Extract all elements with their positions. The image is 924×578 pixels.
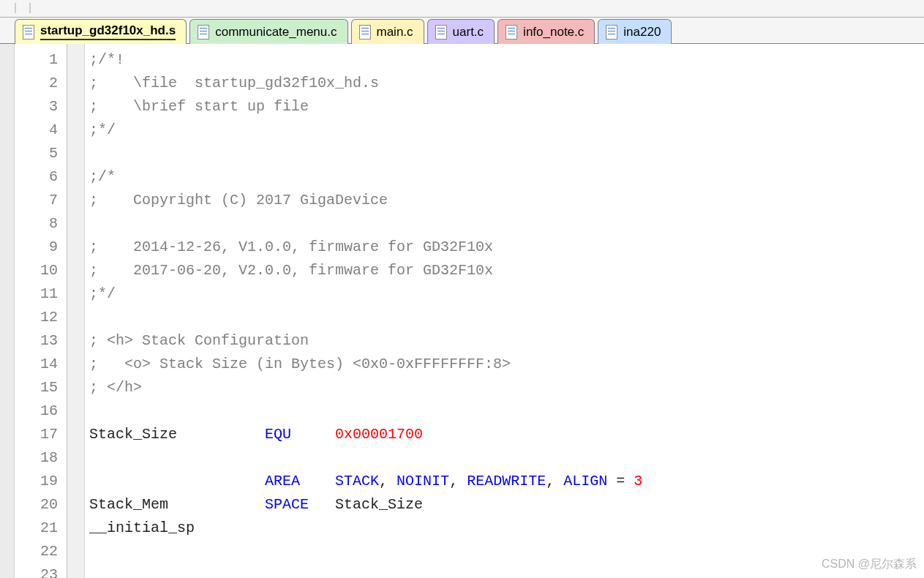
tab-ina220[interactable]: ina220 [598,19,672,44]
code-line[interactable]: ;*/ [89,282,924,306]
code-line[interactable]: ;/* [89,165,924,189]
tab-main-c[interactable]: main.c [351,19,424,44]
tab-label: communicate_menu.c [215,25,337,40]
code-line[interactable] [89,306,924,329]
code-line[interactable]: ; <h> Stack Configuration [89,329,924,353]
code-line[interactable] [89,212,924,236]
code-line[interactable]: ; Copyright (C) 2017 GigaDevice [89,189,924,212]
tab-label: uart.c [453,25,484,40]
code-line[interactable]: ; 2014-12-26, V1.0.0, firmware for GD32F… [89,236,924,259]
line-number: 8 [15,212,67,236]
tab-label: info_note.c [523,25,584,40]
line-number: 4 [15,119,67,142]
file-icon [606,25,617,40]
tab-uart-c[interactable]: uart.c [427,19,495,44]
file-icon [435,25,447,40]
line-number: 19 [15,470,67,493]
code-line[interactable] [89,563,924,578]
line-number: 15 [15,376,67,399]
line-number: 6 [15,165,67,189]
line-number: 2 [15,72,67,95]
file-icon [23,25,34,40]
tab-strip: startup_gd32f10x_hd.scommunicate_menu.cm… [0,18,924,44]
line-number: 18 [15,446,67,470]
file-icon [198,25,209,40]
code-line[interactable]: ; \file startup_gd32f10x_hd.s [89,72,924,95]
line-number: 22 [15,540,67,563]
toolbar-stub [0,0,924,18]
line-number: 1 [15,48,67,72]
line-number: 17 [15,423,67,446]
code-line[interactable]: AREA STACK, NOINIT, READWRITE, ALIGN = 3 [89,470,924,493]
line-number: 13 [15,329,67,353]
code-line[interactable]: ;*/ [89,119,924,142]
code-line[interactable]: Stack_Size EQU 0x00001700 [89,423,924,446]
line-number: 21 [15,517,67,540]
line-number: 5 [15,142,67,165]
code-line[interactable]: ;/*! [89,48,924,72]
line-number: 16 [15,399,67,423]
tab-label: ina220 [623,25,661,40]
tab-communicate-menu-c[interactable]: communicate_menu.c [189,19,348,44]
line-number: 3 [15,95,67,119]
file-icon [506,25,517,40]
line-number: 23 [15,563,67,578]
code-line[interactable]: ; </h> [89,376,924,399]
code-line[interactable] [89,399,924,423]
code-line[interactable]: ; <o> Stack Size (in Bytes) <0x0-0xFFFFF… [89,353,924,376]
tab-label: main.c [377,25,413,40]
left-margin [0,44,15,578]
line-number: 11 [15,282,67,306]
line-number: 7 [15,189,67,212]
line-number: 10 [15,259,67,282]
code-line[interactable] [89,540,924,563]
code-line[interactable] [89,142,924,165]
code-line[interactable]: __initial_sp [89,517,924,540]
fold-column [67,44,85,578]
tab-info-note-c[interactable]: info_note.c [497,19,595,44]
file-icon [359,25,371,40]
code-line[interactable]: ; 2017-06-20, V2.0.0, firmware for GD32F… [89,259,924,282]
line-number: 12 [15,306,67,329]
line-number-gutter: 1234567891011121314151617181920212223 [15,44,67,578]
editor-area: 1234567891011121314151617181920212223 ;/… [0,44,924,578]
tab-startup-gd32f10x-hd-s[interactable]: startup_gd32f10x_hd.s [15,19,187,44]
code-area[interactable]: ;/*!; \file startup_gd32f10x_hd.s; \brie… [85,44,924,578]
line-number: 9 [15,236,67,259]
code-line[interactable]: ; \brief start up file [89,95,924,119]
line-number: 14 [15,353,67,376]
code-line[interactable] [89,446,924,470]
code-line[interactable]: Stack_Mem SPACE Stack_Size [89,493,924,517]
line-number: 20 [15,493,67,517]
tab-label: startup_gd32f10x_hd.s [40,23,176,40]
